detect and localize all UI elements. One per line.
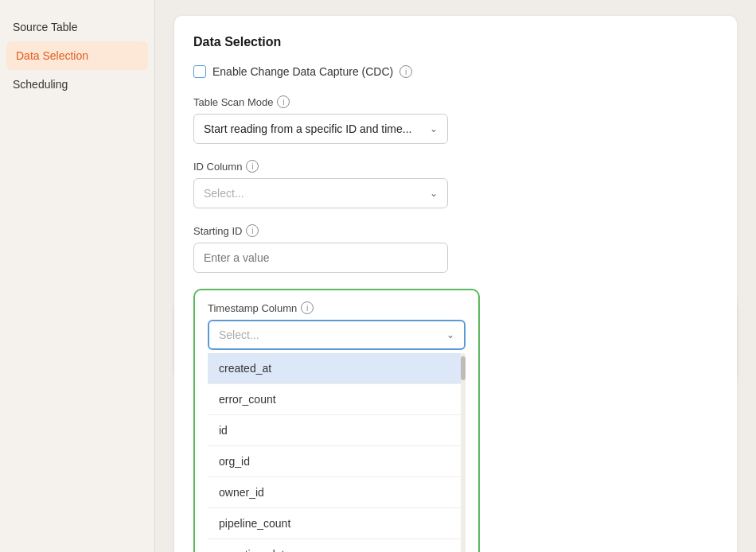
sidebar: Source Table Data Selection Scheduling [0,0,155,552]
id-column-label: ID Column i [193,160,718,173]
id-column-field: ID Column i Select... ⌄ [193,160,718,208]
starting-id-label: Starting ID i [193,224,718,237]
timestamp-field-wrapper: Timestamp Column i Select... ⌄ created_a… [193,289,480,552]
timestamp-column-label: Timestamp Column i [208,301,466,314]
cdc-checkbox[interactable] [193,65,206,78]
starting-id-input[interactable] [193,243,448,273]
option-org-id[interactable]: org_id [208,445,461,476]
option-created-at[interactable]: created_at [208,353,461,383]
cdc-info-icon[interactable]: i [399,65,412,78]
id-column-info-icon[interactable]: i [246,160,259,173]
option-reporting-date[interactable]: reporting_date [208,538,461,552]
timestamp-column-field: Timestamp Column i Select... ⌄ created_a… [193,289,718,552]
table-scan-dropdown[interactable]: Start reading from a specific ID and tim… [193,114,448,144]
option-owner-id[interactable]: owner_id [208,476,461,507]
cdc-row: Enable Change Data Capture (CDC) i [193,65,718,78]
id-column-dropdown[interactable]: Select... ⌄ [193,178,448,208]
option-pipeline-count[interactable]: pipeline_count [208,507,461,538]
timestamp-chevron-icon: ⌄ [446,329,454,340]
timestamp-column-dropdown[interactable]: Select... ⌄ [208,320,466,350]
table-scan-chevron-icon: ⌄ [430,123,438,134]
sidebar-item-source-table[interactable]: Source Table [0,13,154,41]
sidebar-item-data-selection[interactable]: Data Selection [6,41,148,70]
scroll-track [461,353,466,552]
option-id[interactable]: id [208,414,461,445]
timestamp-column-info-icon[interactable]: i [301,301,314,314]
cdc-label: Enable Change Data Capture (CDC) [212,65,393,78]
starting-id-info-icon[interactable]: i [246,224,259,237]
option-error-count[interactable]: error_count [208,383,461,414]
table-scan-field: Table Scan Mode i Start reading from a s… [193,95,718,144]
timestamp-options-list: created_at error_count id org_id owner_i [208,353,461,552]
sidebar-item-scheduling[interactable]: Scheduling [0,70,154,99]
data-selection-card: Data Selection Enable Change Data Captur… [174,16,737,552]
id-column-chevron-icon: ⌄ [430,188,438,199]
table-scan-label: Table Scan Mode i [193,95,718,108]
scroll-thumb[interactable] [461,356,466,380]
starting-id-field: Starting ID i [193,224,718,273]
timestamp-options-container: created_at error_count id org_id owner_i [208,353,466,552]
main-content: ally search for new files, balancing fre… [155,0,756,552]
table-scan-info-icon[interactable]: i [277,95,290,108]
card-title: Data Selection [193,35,718,49]
